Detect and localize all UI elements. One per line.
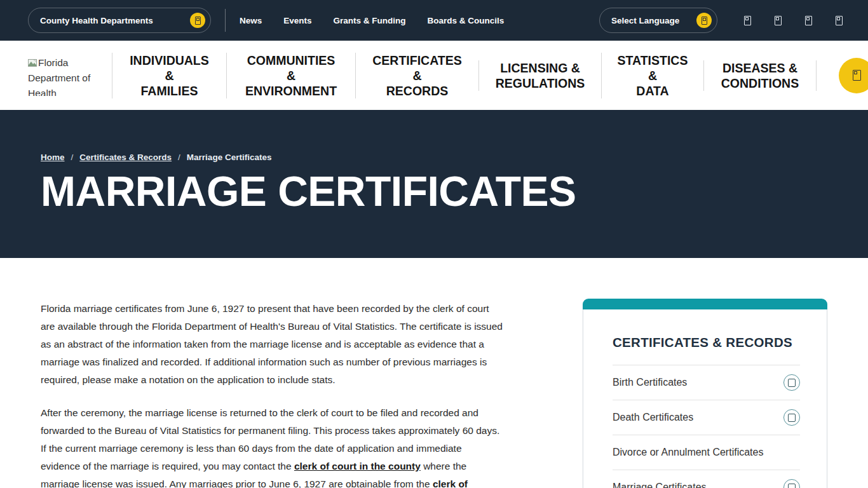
social-icons-group xyxy=(744,16,843,25)
search-button[interactable] xyxy=(839,58,868,93)
article-text: Florida marriage certificates from June … xyxy=(41,300,503,488)
county-health-departments-dropdown[interactable]: County Health Departments xyxy=(28,8,211,33)
card-link-list: Birth Certificates Death Certificates Di… xyxy=(613,365,800,488)
page-title: MARRIAGE CERTIFICATES xyxy=(41,168,868,215)
expand-circle-icon xyxy=(783,374,800,391)
primary-nav-items: INDIVIDUALS & FAMILIES COMMUNITIES & ENV… xyxy=(112,53,817,98)
social-icon-2[interactable] xyxy=(775,16,782,25)
breadcrumb: Home / Certificates & Records / Marriage… xyxy=(41,152,868,162)
language-globe-icon xyxy=(696,13,712,28)
breadcrumb-current-page: Marriage Certificates xyxy=(187,152,272,162)
nav-line: FAMILIES xyxy=(141,83,198,98)
breadcrumb-separator: / xyxy=(178,152,180,162)
intro-paragraph: Florida marriage certificates from June … xyxy=(41,300,503,389)
breadcrumb-separator: / xyxy=(71,152,74,162)
nav-line: DISEASES & xyxy=(722,60,797,76)
nav-line: CONDITIONS xyxy=(721,76,799,91)
card-title: CERTIFICATES & RECORDS xyxy=(613,335,800,350)
clerk-of-court-link[interactable]: clerk of xyxy=(433,478,468,488)
utility-links: News Events Grants & Funding Boards & Co… xyxy=(240,16,504,25)
logo-alt-text: Florida Department of Health xyxy=(28,57,90,96)
topbar-divider xyxy=(225,9,226,32)
nav-licensing-regulations[interactable]: LICENSING & REGULATIONS xyxy=(478,60,601,91)
breadcrumb-home-link[interactable]: Home xyxy=(41,152,65,162)
expand-circle-icon xyxy=(783,409,800,426)
card-accent-bar xyxy=(583,299,827,309)
topnav-news-link[interactable]: News xyxy=(240,16,262,25)
search-icon xyxy=(853,70,861,81)
breadcrumb-certificates-records-link[interactable]: Certificates & Records xyxy=(79,152,172,162)
nav-line: ENVIRONMENT xyxy=(245,83,337,98)
clerk-of-court-county-link[interactable]: clerk of court in the county xyxy=(294,461,421,471)
sidebar-item-label: Birth Certificates xyxy=(613,377,687,388)
nav-line: INDIVIDUALS xyxy=(130,53,209,68)
nav-line: RECORDS xyxy=(386,83,449,98)
select-language-dropdown[interactable]: Select Language xyxy=(599,8,717,33)
nav-line: COMMUNITIES xyxy=(247,53,336,68)
nav-line: STATISTICS xyxy=(618,53,688,68)
nav-line: DATA xyxy=(636,83,668,98)
county-dropdown-chevron-icon xyxy=(190,13,205,28)
nav-line: & xyxy=(412,68,421,83)
sidebar-item-label: Marriage Certificates xyxy=(613,482,707,488)
florida-health-marriage-certificates-page: County Health Departments News Events Gr… xyxy=(0,0,868,488)
sidebar-item-label: Death Certificates xyxy=(613,412,693,423)
primary-nav: Florida Department of Health INDIVIDUALS… xyxy=(0,41,868,110)
nav-line: & xyxy=(287,68,295,83)
social-icon-4[interactable] xyxy=(836,16,843,25)
main-content: Florida marriage certificates from June … xyxy=(0,258,868,488)
nav-certificates-records[interactable]: CERTIFICATES & RECORDS xyxy=(355,53,478,98)
sidebar-item-death-certificates[interactable]: Death Certificates xyxy=(613,400,800,435)
nav-line: & xyxy=(648,68,657,83)
certificates-records-card: CERTIFICATES & RECORDS Birth Certificate… xyxy=(583,299,827,488)
health-logo-broken-image[interactable]: Florida Department of Health xyxy=(28,55,92,96)
nav-line: REGULATIONS xyxy=(496,76,585,91)
nav-communities-environment[interactable]: COMMUNITIES & ENVIRONMENT xyxy=(226,53,355,98)
county-dropdown-label: County Health Departments xyxy=(40,16,153,25)
topnav-boards-councils-link[interactable]: Boards & Councils xyxy=(428,16,505,25)
select-language-label: Select Language xyxy=(611,16,679,25)
social-icon-3[interactable] xyxy=(805,16,812,25)
broken-image-icon xyxy=(28,59,37,67)
sidebar-item-label: Divorce or Annulment Certificates xyxy=(613,447,763,458)
sidebar-item-birth-certificates[interactable]: Birth Certificates xyxy=(613,365,800,400)
nav-line: & xyxy=(165,68,173,83)
nav-individuals-families[interactable]: INDIVIDUALS & FAMILIES xyxy=(112,53,226,98)
topnav-grants-funding-link[interactable]: Grants & Funding xyxy=(334,16,406,25)
nav-diseases-conditions[interactable]: DISEASES & CONDITIONS xyxy=(703,60,817,91)
process-paragraph: After the ceremony, the marriage license… xyxy=(41,404,503,488)
nav-line: CERTIFICATES xyxy=(372,53,461,68)
expand-circle-icon xyxy=(783,479,800,488)
nav-statistics-data[interactable]: STATISTICS & DATA xyxy=(601,53,703,98)
card-body: CERTIFICATES & RECORDS Birth Certificate… xyxy=(583,309,827,488)
page-hero: Home / Certificates & Records / Marriage… xyxy=(0,110,868,258)
topnav-events-link[interactable]: Events xyxy=(283,16,311,25)
utility-bar: County Health Departments News Events Gr… xyxy=(0,0,868,41)
nav-line: LICENSING & xyxy=(500,60,580,76)
social-icon-1[interactable] xyxy=(744,16,751,25)
sidebar-item-marriage-certificates[interactable]: Marriage Certificates xyxy=(613,470,800,488)
sidebar-item-divorce-annulment-certificates[interactable]: Divorce or Annulment Certificates xyxy=(613,435,800,470)
